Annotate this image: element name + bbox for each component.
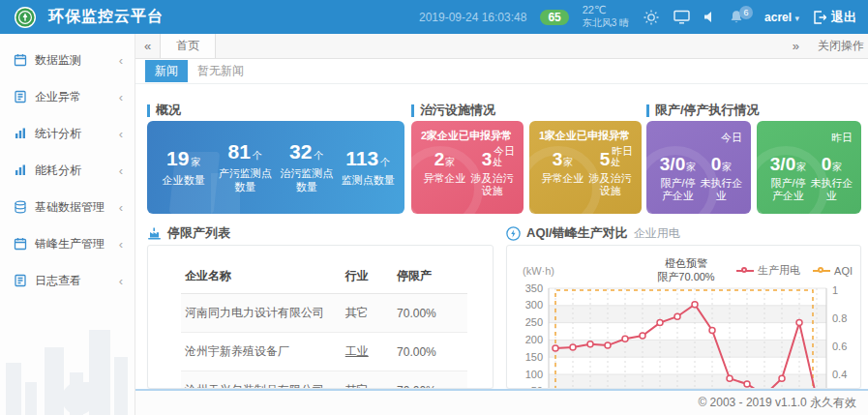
treatment-today-card: 2家企业已申报异常 今日 2家 异常企业 3处 涉及治污设施 (411, 121, 524, 214)
logout-button[interactable]: 退出 (813, 9, 856, 26)
section-title-restriction: 限产/停产执行情况 (646, 104, 760, 117)
collapse-chevron-icon: ‹ (119, 200, 123, 215)
bar-chart-icon (14, 127, 27, 140)
table-header-row: 企业名称 行业 停限产 (181, 259, 467, 294)
svg-text:0.4: 0.4 (832, 369, 847, 380)
news-label[interactable]: 新闻 (145, 60, 188, 82)
tabs-scroll-left-icon[interactable]: « (135, 39, 160, 53)
aqi-chart-panel: 3503002502001501005010.80.60.40.2 (kW·h)… (506, 245, 861, 389)
production-table: 企业名称 行业 停限产 河南同力电力设计有限公司 其它 70.00% 沧州宇新养… (181, 259, 467, 389)
sidebar-item-label: 能耗分析 (35, 163, 81, 179)
close-operations-button[interactable]: 关闭操作 (808, 38, 868, 54)
lightning-icon (506, 226, 521, 241)
period-label: 今日 (721, 131, 742, 145)
sidebar-item-log-view[interactable]: 日志查看 ‹ (0, 262, 135, 299)
card-headline: 2家企业已申报异常 (421, 129, 516, 143)
percentage-cell: 70.00% (393, 333, 467, 371)
collapse-chevron-icon: ‹ (119, 90, 123, 104)
temperature-label: 22℃ (583, 4, 607, 15)
chart-subtitle: 企业用电 (634, 225, 680, 242)
treatment-yesterday-card: 1家企业已申报异常 昨日 3家 异常企业 5处 涉及治污设施 (529, 121, 642, 214)
svg-text:100: 100 (525, 369, 543, 380)
svg-text:0.6: 0.6 (832, 341, 847, 352)
city-skyline-watermark (0, 309, 135, 415)
stat-treatment-points: 32个 治污监测点数量 (276, 140, 338, 194)
factory-icon (147, 226, 162, 241)
stat-company-count: 19家 企业数量 (153, 147, 215, 188)
sound-speaker-icon[interactable] (703, 11, 716, 23)
sidebar-item-energy-analysis[interactable]: 能耗分析 ‹ (0, 152, 135, 189)
sidebar-item-label: 企业异常 (35, 89, 81, 105)
header-datetime: 2019-09-24 16:03:48 (419, 11, 526, 24)
document-icon (14, 274, 27, 287)
svg-text:200: 200 (525, 334, 543, 345)
industry-link-cell[interactable]: 工业 (342, 333, 393, 371)
sidebar-item-label: 日志查看 (35, 273, 81, 289)
tabs-scroll-right-icon[interactable]: » (784, 39, 808, 53)
sidebar: 数据监测 ‹ 企业异常 ‹ 统计分析 ‹ 能耗分析 ‹ 基础数据管理 ‹ (0, 34, 135, 415)
sidebar-item-base-data[interactable]: 基础数据管理 ‹ (0, 189, 135, 225)
table-row: 沧州天兴包装制品有限公司 其它 70.00% (181, 371, 467, 390)
svg-text:150: 150 (525, 351, 543, 363)
footer: © 2003 - 2019 v1.1.0 永久有效 (135, 389, 868, 415)
sidebar-item-enterprise-anomaly[interactable]: 企业异常 ‹ (0, 78, 135, 115)
chart-legend: 生产用电 AQI (736, 263, 853, 278)
notification-count-badge: 6 (739, 6, 753, 19)
table-row: 沧州宇新养殖设备厂 工业 70.00% (181, 333, 467, 371)
fullscreen-monitor-icon[interactable] (673, 10, 690, 24)
industry-cell: 其它 (342, 294, 393, 333)
collapse-chevron-icon: ‹ (119, 274, 123, 288)
section-title-production-list: 停限产列表 (147, 224, 230, 242)
svg-text:300: 300 (525, 299, 543, 311)
logout-icon (813, 11, 826, 24)
stat-restricted-companies: 3/0家 限产/停产企业 (766, 154, 810, 202)
app-header: 环保监控云平台 2019-09-24 16:03:48 65 22℃ 东北风3 … (0, 0, 868, 34)
svg-text:1: 1 (832, 284, 838, 296)
sidebar-item-label: 数据监测 (35, 52, 81, 69)
percentage-cell: 70.00% (393, 294, 467, 333)
tab-home[interactable]: 首页 (160, 34, 216, 58)
y-axis-unit-label: (kW·h) (523, 265, 554, 277)
card-headline: 1家企业已申报异常 (539, 129, 634, 143)
legend-aqi[interactable]: AQI (813, 263, 853, 278)
legend-production-power[interactable]: 生产用电 (736, 263, 800, 278)
aqi-value-badge: 65 (540, 10, 568, 25)
username-label: acrel (764, 11, 792, 24)
stat-restricted-companies: 3/0家 限产/停产企业 (656, 154, 700, 202)
table-row: 河南同力电力设计有限公司 其它 70.00% (181, 294, 467, 333)
sun-weather-icon (643, 9, 660, 26)
collapse-chevron-icon: ‹ (119, 163, 123, 178)
database-icon (14, 200, 27, 214)
stat-noncompliant-companies: 0家 未执行企业 (700, 154, 743, 202)
svg-text:0.8: 0.8 (832, 312, 847, 324)
section-title-overview: 概况 (147, 104, 181, 117)
production-list-panel: 企业名称 行业 停限产 河南同力电力设计有限公司 其它 70.00% 沧州宇新养… (147, 245, 494, 389)
user-menu[interactable]: acrel ▾ (764, 11, 799, 24)
col-percentage: 停限产 (393, 259, 467, 294)
stat-noncompliant-companies: 0家 未执行企业 (810, 154, 853, 202)
sidebar-item-statistics[interactable]: 统计分析 ‹ (0, 115, 135, 152)
section-title-treatment: 治污设施情况 (411, 104, 495, 117)
restriction-yesterday-card: 昨日 3/0家 限产/停产企业 0家 未执行企业 (757, 121, 861, 214)
calendar-icon (14, 237, 27, 251)
industry-cell: 其它 (342, 371, 393, 390)
page-title: 环保监控云平台 (48, 7, 164, 27)
document-icon (14, 90, 27, 104)
line-marker-icon (736, 267, 754, 275)
wind-label: 东北风3 晴 (583, 17, 629, 28)
logout-label: 退出 (831, 9, 856, 26)
sidebar-item-data-monitoring[interactable]: 数据监测 ‹ (0, 42, 135, 78)
period-label: 昨日 (612, 144, 633, 159)
company-name-cell: 沧州天兴包装制品有限公司 (181, 371, 342, 390)
stat-monitor-points: 113个 监测点数量 (338, 147, 400, 188)
sidebar-item-staggered-production[interactable]: 错峰生产管理 ‹ (0, 225, 135, 262)
notifications-bell-icon[interactable]: 6 (730, 10, 743, 24)
stat-abnormal-companies: 2家 异常企业 (421, 149, 468, 197)
company-name-cell: 沧州宇新养殖设备厂 (181, 333, 342, 371)
sidebar-item-label: 基础数据管理 (35, 199, 105, 216)
sidebar-item-label: 错峰生产管理 (35, 236, 105, 252)
weather-summary: 22℃ 东北风3 晴 (583, 4, 629, 29)
stat-abnormal-companies: 3家 异常企业 (539, 149, 586, 197)
period-label: 今日 (494, 144, 515, 159)
collapse-chevron-icon: ‹ (119, 237, 123, 252)
